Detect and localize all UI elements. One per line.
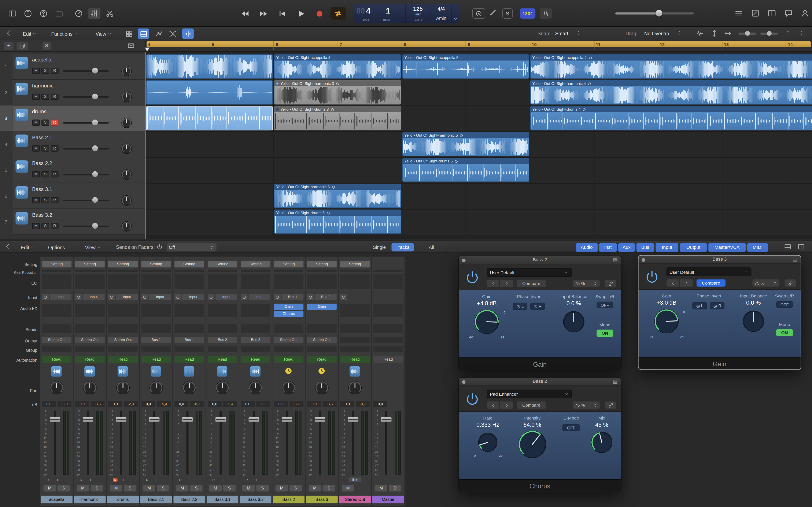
sends-slot[interactable] (274, 325, 304, 333)
fader-db-value[interactable]: 0,0 (42, 401, 56, 407)
snap-value[interactable]: Smart (555, 31, 568, 36)
menu-functions[interactable]: Functions (51, 27, 78, 40)
setting-button[interactable]: Setting (241, 261, 270, 268)
metronome-button[interactable] (540, 8, 552, 18)
volume-slider-track[interactable] (63, 200, 109, 201)
strip-solo-button[interactable]: S (290, 485, 302, 492)
sends-slot[interactable] (373, 325, 403, 333)
output-slot[interactable] (340, 337, 370, 343)
count-in-button[interactable]: 1234 (520, 8, 536, 18)
snap-stepper-icon[interactable] (576, 30, 582, 37)
tracks-workspace[interactable]: Yello - Out Of Sight-acappella.3Yello - … (146, 52, 812, 239)
eq-display[interactable] (142, 274, 171, 289)
strip-name-tab[interactable]: Bass 2.2 (173, 496, 205, 503)
record-enable-button[interactable]: R (51, 223, 59, 229)
strip-mute-button[interactable]: M (209, 485, 221, 492)
transport-forward-button[interactable] (256, 7, 271, 20)
transport-rewind-button[interactable] (237, 7, 253, 20)
strip-name-tab[interactable]: Bass 3.2 (240, 496, 271, 503)
input-format-icon[interactable] (42, 294, 49, 300)
horizontal-zoom-icon[interactable] (724, 30, 733, 38)
eq-display[interactable] (307, 274, 337, 289)
eq-display[interactable] (208, 274, 237, 289)
group-slot[interactable] (42, 346, 71, 352)
audio-region[interactable]: Yello - Out Of Sight-acappella.4 (530, 54, 812, 78)
strip-name-tab[interactable]: Bass 2.1 (140, 496, 172, 503)
mix-percent-stepper[interactable]: 75 % (752, 279, 779, 286)
strip-pan-knob[interactable] (348, 381, 362, 395)
plugin-titlebar[interactable]: Bass 3 (639, 256, 801, 264)
fader-handle[interactable] (83, 417, 93, 422)
record-enable-button[interactable]: R (51, 68, 59, 74)
fader-db-value[interactable]: 0,0 (142, 401, 155, 407)
track-header-acapella[interactable]: 1acapellaMSR (0, 54, 146, 80)
menu-edit[interactable]: Edit (23, 27, 37, 40)
mix-percent-stepper[interactable]: 75 % (573, 280, 600, 287)
sends-slot[interactable] (42, 325, 71, 333)
zoom-slider-knob[interactable] (745, 31, 750, 36)
mute-button[interactable]: M (32, 94, 40, 100)
audio-region[interactable]: Yello - Out Of Sight-acappella.3 (274, 54, 401, 78)
sends-slot[interactable] (142, 325, 171, 333)
pan-knob[interactable] (121, 92, 132, 102)
input-format-icon[interactable] (174, 294, 181, 300)
eq-display[interactable] (274, 274, 304, 289)
dmode-button[interactable]: OFF (562, 424, 580, 431)
master-volume-knob[interactable] (656, 10, 662, 17)
mono-on-button[interactable]: ON (776, 329, 793, 336)
eq-display[interactable] (340, 274, 370, 289)
strip-pan-knob[interactable] (50, 381, 64, 395)
collaboration-icon[interactable] (801, 9, 810, 18)
list-view-icon[interactable] (734, 9, 744, 18)
filter-aux[interactable]: Aux (618, 243, 635, 252)
fader-db-value[interactable]: 0,0 (373, 401, 388, 407)
track-header-bass-2-1[interactable]: 4Bass 2.1MSR (0, 131, 146, 157)
plugin-power-button[interactable] (463, 390, 481, 408)
strip-input-monitor-button[interactable]: I (156, 478, 157, 482)
compare-button[interactable]: Compare (517, 401, 546, 408)
strip-name-tab[interactable]: acapella (41, 496, 72, 503)
audio-fx-empty[interactable] (42, 304, 71, 317)
strip-dim-button[interactable]: D (389, 485, 401, 492)
track-name[interactable]: Bass 3.1 (32, 186, 52, 192)
phase-left-button[interactable]: L (692, 302, 707, 309)
group-slot[interactable] (241, 346, 270, 352)
gain-knob[interactable] (654, 309, 679, 334)
volume-slider-knob[interactable] (92, 223, 98, 229)
strip-pan-knob[interactable] (149, 381, 163, 395)
window-view-icon[interactable] (613, 379, 618, 385)
zoom-stepper-icon-2[interactable] (799, 30, 805, 37)
strip-record-button[interactable]: R (212, 478, 215, 482)
automation-mode-button[interactable]: Read (108, 356, 138, 363)
waveform-zoom-icon[interactable] (696, 30, 705, 38)
transport-record-button[interactable] (312, 7, 327, 20)
lcd-chevron-icon[interactable] (452, 4, 459, 23)
setting-button[interactable]: Setting (42, 261, 71, 268)
strip-mute-button[interactable]: M (375, 485, 388, 492)
input-slot[interactable]: Bus 1 (282, 294, 303, 300)
input-format-icon[interactable] (208, 294, 214, 300)
strip-mute-button[interactable]: M (44, 485, 56, 492)
strip-solo-button[interactable]: S (223, 485, 236, 492)
mixer-menu-options[interactable]: Options (48, 241, 70, 253)
audio-fx-empty[interactable] (108, 304, 138, 317)
volume-slider-knob[interactable] (92, 171, 98, 177)
volume-slider-knob[interactable] (92, 145, 98, 151)
fader-handle[interactable] (348, 417, 358, 422)
group-slot[interactable] (307, 346, 337, 352)
swap-lr-button[interactable]: OFF (776, 301, 793, 308)
pencil-icon[interactable] (489, 9, 498, 18)
strip-solo-button[interactable]: S (323, 485, 335, 492)
plugin-window-gain-bass2[interactable]: Bass 2User DefaultCompare75 %Gain+4.8 dB… (458, 256, 621, 371)
transport-play-button[interactable] (293, 7, 308, 20)
track-header-bass-3-1[interactable]: 6Bass 3.1MSR (0, 183, 146, 209)
audio-region[interactable]: Yello - Out Of Sight-drums.3 (274, 106, 401, 130)
mix-knob[interactable] (591, 431, 613, 453)
input-format-icon[interactable] (274, 294, 281, 300)
crossfade-tool-button[interactable] (167, 29, 178, 39)
volume-slider-track[interactable] (63, 148, 109, 149)
pan-knob[interactable] (121, 195, 132, 206)
plugin-titlebar[interactable]: Bass 2 (459, 256, 621, 264)
track-view-button[interactable] (138, 29, 149, 39)
preset-select[interactable]: User Default (487, 268, 572, 277)
